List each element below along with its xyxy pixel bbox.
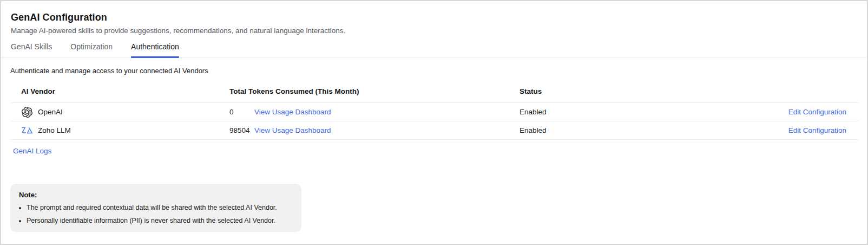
view-usage-dashboard-link[interactable]: View Usage Dashboard (254, 126, 331, 134)
openai-logo-icon (21, 107, 33, 118)
vendor-table-body: OpenAI 0 View Usage Dashboard Enabled Ed… (10, 103, 858, 140)
tab-genai-skills[interactable]: GenAI Skills (11, 42, 52, 58)
page-header: GenAI Configuration Manage AI-powered sk… (1, 12, 867, 35)
vendor-name: Zoho LLM (38, 126, 71, 134)
column-header-tokens: Total Tokens Consumed (This Month) (229, 87, 520, 95)
vendor-cell: Zoho LLM (10, 125, 229, 136)
genai-logs-link[interactable]: GenAI Logs (13, 147, 51, 155)
column-header-ai-vendor: AI Vendor (10, 87, 229, 95)
status-cell: Enabled (520, 108, 788, 116)
vendor-name: OpenAI (38, 108, 63, 116)
tokens-value: 0 (229, 108, 254, 116)
tabs-bar: GenAI SkillsOptimizationAuthentication (1, 42, 867, 57)
edit-configuration-link[interactable]: Edit Configuration (788, 126, 846, 134)
vendor-table: AI Vendor Total Tokens Consumed (This Mo… (10, 81, 858, 140)
table-row: OpenAI 0 View Usage Dashboard Enabled Ed… (10, 103, 858, 121)
page-title: GenAI Configuration (11, 12, 867, 23)
note-item: Personally identifiable information (PII… (27, 216, 292, 226)
action-cell: Edit Configuration (788, 126, 858, 134)
authentication-section: Authenticate and manage access to your c… (1, 67, 867, 156)
note-list: The prompt and required contextual data … (19, 203, 292, 225)
view-usage-dashboard-link[interactable]: View Usage Dashboard (254, 108, 331, 116)
tokens-cell: 0 View Usage Dashboard (229, 108, 520, 116)
edit-configuration-link[interactable]: Edit Configuration (788, 108, 846, 116)
status-cell: Enabled (520, 126, 788, 134)
note-title: Note: (19, 191, 292, 199)
tokens-cell: 98504 View Usage Dashboard (229, 126, 520, 134)
section-intro: Authenticate and manage access to your c… (10, 67, 867, 75)
table-header-row: AI Vendor Total Tokens Consumed (This Mo… (10, 81, 858, 103)
zia-logo-icon (21, 125, 33, 136)
tokens-value: 98504 (229, 126, 254, 134)
action-cell: Edit Configuration (788, 108, 858, 116)
status-value: Enabled (520, 108, 547, 116)
table-row: Zoho LLM 98504 View Usage Dashboard Enab… (10, 121, 858, 140)
note-item: The prompt and required contextual data … (27, 203, 292, 213)
column-header-status: Status (520, 87, 846, 95)
tab-authentication[interactable]: Authentication (131, 42, 179, 58)
page-subtitle: Manage AI-powered skills to provide sugg… (11, 27, 867, 35)
tab-optimization[interactable]: Optimization (70, 42, 113, 58)
genai-configuration-page: { "header": { "title": "GenAI Configurat… (0, 0, 868, 245)
vendor-cell: OpenAI (10, 107, 229, 118)
status-value: Enabled (520, 126, 547, 134)
note-box: Note: The prompt and required contextual… (10, 184, 301, 232)
